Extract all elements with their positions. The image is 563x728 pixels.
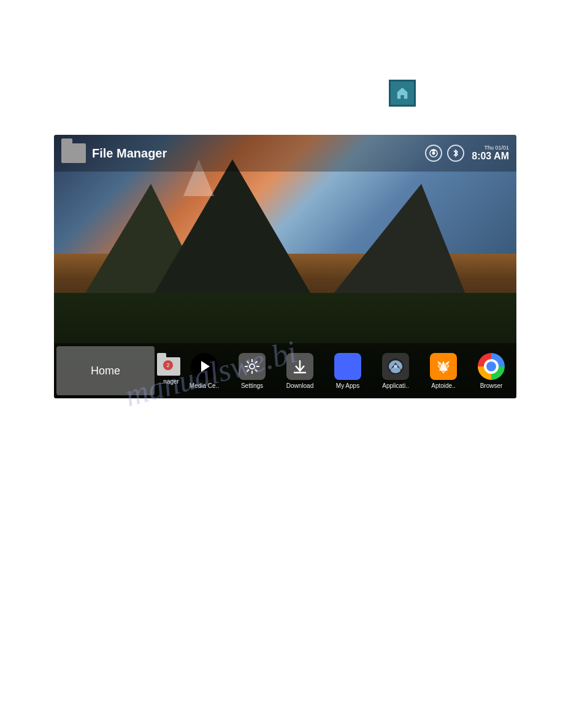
camera-status-icon [425,145,442,162]
svg-point-17 [394,365,397,368]
browser-label: Browser [480,382,503,389]
my-apps-icon [334,353,361,380]
media-center-icon [191,353,218,380]
bluetooth-status-icon [447,145,464,162]
taskbar-item-download[interactable]: Download [276,346,324,395]
browser-icon [478,353,505,380]
file-manager-label: ...nager [158,378,179,385]
svg-point-2 [432,152,435,155]
time-date: Thu 01/01 8:03 AM [472,145,509,162]
taskbar-item-settings[interactable]: Settings [228,346,276,395]
aptoide-label: Aptoide.. [431,382,455,389]
mountain-right [323,184,470,306]
browser-inner [486,362,496,371]
taskbar-home-label: Home [91,365,120,377]
browser-center [484,359,499,374]
folder-icon-header [61,143,86,163]
svg-line-12 [247,370,250,372]
svg-line-11 [255,361,258,363]
svg-marker-0 [396,87,409,99]
taskbar: Home 2 ...nager Media Ce.. [54,343,516,398]
time-text: 8:03 AM [472,151,509,162]
header-left: File Manager [61,143,167,163]
date-text: Thu 01/01 [484,145,509,151]
mountains [54,175,516,306]
header-title: File Manager [92,146,167,161]
svg-line-9 [247,361,250,363]
my-apps-label: My Apps [336,382,359,389]
svg-rect-3 [432,150,435,151]
file-manager-badge: 2 [163,360,173,370]
taskbar-item-applications[interactable]: Applicati.. [372,346,419,395]
download-label: Download [286,382,313,389]
taskbar-item-aptoide[interactable]: Aptoide.. [419,346,467,395]
aptoide-icon [430,353,457,380]
settings-icon [239,353,266,380]
applications-icon [382,353,409,380]
taskbar-item-browser[interactable]: Browser [467,346,515,395]
tv-screen: File Manager Thu 01/01 8:03 AM [54,135,516,398]
download-icon [286,353,313,380]
mountain-center [147,159,318,306]
svg-line-10 [255,370,258,372]
media-center-label: Media Ce.. [190,382,219,389]
play-icon [201,361,210,372]
taskbar-home-button[interactable]: Home [56,346,155,395]
home-icon [389,80,416,107]
taskbar-item-my-apps[interactable]: My Apps [324,346,372,395]
applications-label: Applicati.. [382,382,408,389]
header-bar: File Manager Thu 01/01 8:03 AM [54,135,516,172]
svg-point-4 [250,364,255,369]
home-icon-container [389,80,416,107]
taskbar-item-media-center[interactable]: Media Ce.. [180,346,228,395]
taskbar-item-file-manager[interactable]: 2 ...nager [157,346,180,395]
settings-label: Settings [241,382,263,389]
header-right: Thu 01/01 8:03 AM [425,145,509,162]
